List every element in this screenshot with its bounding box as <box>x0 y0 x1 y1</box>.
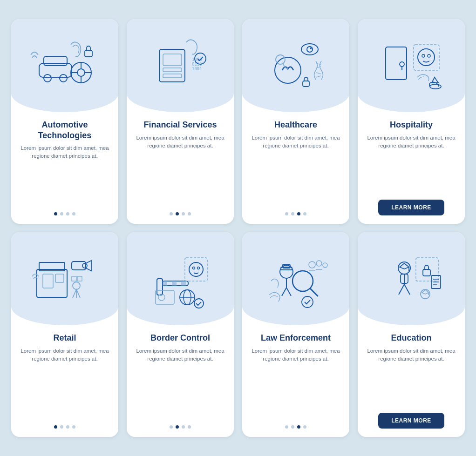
svg-line-26 <box>316 73 321 74</box>
svg-rect-48 <box>185 258 207 281</box>
svg-rect-28 <box>303 81 309 87</box>
dot-1 <box>54 425 57 429</box>
svg-rect-45 <box>77 276 82 281</box>
card-title-retail: Retail <box>53 333 76 343</box>
learn-more-button-education[interactable]: LEARN MORE <box>378 413 444 429</box>
card-title-automotive: Automotive Technologies <box>18 120 112 141</box>
card-automotive: Automotive Technologies Lorem ipsum dolo… <box>11 19 118 224</box>
dot-2 <box>291 425 294 429</box>
card-image-financial: 1010 0110 1001 <box>127 19 234 112</box>
card-image-hospitality <box>358 19 465 112</box>
svg-rect-12 <box>163 54 182 66</box>
dot-4 <box>303 425 306 429</box>
learn-more-button-hospitality[interactable]: LEARN MORE <box>378 200 444 215</box>
dot-3 <box>297 425 300 429</box>
svg-point-19 <box>275 57 301 83</box>
svg-point-63 <box>309 262 315 268</box>
svg-point-65 <box>323 263 327 268</box>
card-title-hospitality: Hospitality <box>390 120 433 130</box>
svg-rect-1 <box>44 56 67 66</box>
dot-3 <box>66 425 69 429</box>
dots-law <box>285 423 306 429</box>
svg-rect-14 <box>163 74 182 78</box>
dots-retail <box>54 423 75 429</box>
svg-point-5 <box>77 69 85 76</box>
card-body-education: Lorem ipsum dolor sit dim amet, mea regi… <box>365 347 457 406</box>
card-body-border: Lorem ipsum dolor sit dim amet, mea regi… <box>134 347 226 419</box>
dot-3 <box>182 425 185 429</box>
card-image-automotive <box>11 19 118 112</box>
svg-rect-13 <box>163 68 182 72</box>
dot-1 <box>285 425 288 429</box>
card-border: Border Control Lorem ipsum dolor sit dim… <box>127 232 234 437</box>
svg-point-50 <box>193 267 195 269</box>
card-healthcare: Healthcare Lorem ipsum dolor sit dim ame… <box>242 19 349 224</box>
svg-point-57 <box>194 299 204 308</box>
dot-1 <box>285 212 288 215</box>
card-body-automotive: Lorem ipsum dolor sit dim amet, mea regi… <box>19 144 111 206</box>
dot-4 <box>188 212 191 215</box>
dot-2 <box>60 425 63 429</box>
svg-rect-41 <box>72 262 86 270</box>
dot-2 <box>176 425 179 429</box>
dot-3 <box>66 212 69 215</box>
svg-point-49 <box>189 262 203 276</box>
svg-line-27 <box>316 76 321 77</box>
dot-1 <box>170 212 173 215</box>
svg-line-62 <box>310 288 318 296</box>
svg-point-3 <box>60 74 67 82</box>
card-body-hospitality: Lorem ipsum dolor sit dim amet, mea regi… <box>365 134 457 193</box>
dots-automotive <box>54 210 75 215</box>
svg-point-42 <box>82 263 87 268</box>
card-education: Education Lorem ipsum dolor sit dim amet… <box>358 232 465 437</box>
svg-point-35 <box>430 84 441 89</box>
svg-point-32 <box>418 49 435 66</box>
dot-4 <box>188 425 191 429</box>
svg-rect-29 <box>386 47 407 80</box>
card-title-law: Law Enforcement <box>261 333 331 343</box>
dot-2 <box>176 212 179 215</box>
dot-1 <box>54 212 57 215</box>
svg-point-30 <box>400 62 404 67</box>
dot-1 <box>170 425 173 429</box>
dots-financial <box>170 210 191 215</box>
dot-4 <box>303 212 306 215</box>
svg-point-66 <box>302 296 313 308</box>
card-title-education: Education <box>391 333 431 343</box>
dot-4 <box>72 212 75 215</box>
svg-point-51 <box>197 267 200 269</box>
svg-rect-70 <box>423 269 430 276</box>
dot-4 <box>72 425 75 429</box>
svg-text:1001: 1001 <box>192 67 202 71</box>
card-hospitality: Hospitality Lorem ipsum dolor sit dim am… <box>358 19 465 224</box>
svg-point-64 <box>316 261 322 266</box>
card-law: Law Enforcement Lorem ipsum dolor sit di… <box>242 232 349 437</box>
svg-rect-46 <box>157 279 163 295</box>
svg-rect-44 <box>72 276 76 281</box>
card-image-education <box>358 232 465 325</box>
svg-rect-40 <box>55 274 64 282</box>
card-body-retail: Lorem ipsum dolor sit dim amet, mea regi… <box>19 347 111 419</box>
dot-2 <box>291 212 294 215</box>
card-title-healthcare: Healthcare <box>274 120 317 130</box>
svg-point-2 <box>44 74 51 82</box>
card-title-financial: Financial Services <box>143 120 217 130</box>
card-body-financial: Lorem ipsum dolor sit dim amet, mea regi… <box>134 134 226 206</box>
card-image-healthcare <box>242 19 349 112</box>
svg-rect-39 <box>43 274 53 288</box>
svg-point-34 <box>428 54 430 57</box>
dot-3 <box>297 212 300 215</box>
dot-2 <box>60 212 63 215</box>
svg-point-43 <box>73 282 80 289</box>
card-financial: 1010 0110 1001 Financial Services Lorem … <box>127 19 234 224</box>
svg-rect-10 <box>85 50 92 57</box>
svg-rect-37 <box>37 269 67 297</box>
svg-point-22 <box>307 47 313 52</box>
svg-point-33 <box>422 54 425 57</box>
svg-point-21 <box>301 44 318 55</box>
card-title-border: Border Control <box>150 333 210 343</box>
dots-healthcare <box>285 210 306 215</box>
card-body-healthcare: Lorem ipsum dolor sit dim amet, mea regi… <box>250 134 342 206</box>
card-image-border <box>127 232 234 325</box>
svg-point-23 <box>310 47 312 49</box>
